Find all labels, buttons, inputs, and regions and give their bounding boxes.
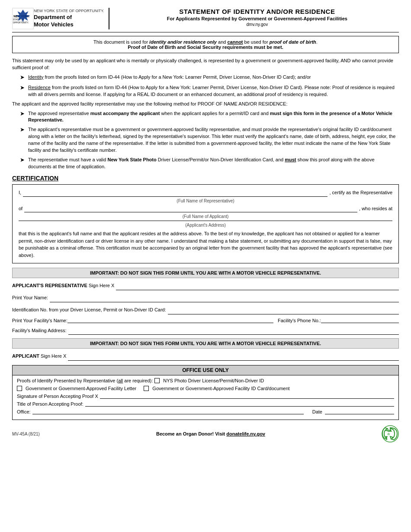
certification-box: I, , certify as the Representative (Full… xyxy=(12,184,399,263)
applicant-sign-line: APPLICANT Sign Here X xyxy=(12,352,399,361)
cert-address-line xyxy=(19,221,392,221)
cert-applicant-label: (Full Name of Applicant) xyxy=(19,214,392,219)
office-office-line: Office: Date xyxy=(17,409,394,414)
recycle-icon: ♻ xyxy=(382,425,399,442)
office-title-underline xyxy=(85,406,394,407)
office-office-underline xyxy=(32,414,304,414)
rep-print-underline xyxy=(50,302,399,302)
office-date-underline xyxy=(325,414,394,414)
cert-line-2: of , who resides at xyxy=(19,205,392,213)
facility-id-label: Government or Government-Approved Facili… xyxy=(152,386,289,391)
notice-box: This document is used for identity and/o… xyxy=(12,36,399,53)
office-sig-line: Signature of Person Accepting Proof X xyxy=(17,394,394,399)
proof-bullet-1: ➤ The approved representative must accom… xyxy=(20,110,399,124)
proof-bullet-3: ➤ The representative must have a valid N… xyxy=(20,157,399,170)
title-url: dmv.ny.gov xyxy=(116,22,399,27)
office-box: OFFICE USE ONLY Proofs of Identify Prese… xyxy=(12,365,399,420)
cert-body: that this is the applicant's full name a… xyxy=(19,230,392,259)
certification-heading: CERTIFICATION xyxy=(12,175,399,182)
applicant-section: APPLICANT Sign Here X xyxy=(12,352,399,361)
office-title-line: Title of Person Accepting Proof: xyxy=(17,401,394,407)
logo-area: NEW YORK STATE OF OPPORTUNITY. NEW YORK … xyxy=(12,8,109,29)
facility-letter-label: Government or Government-Approved Facili… xyxy=(26,386,136,391)
important-notice-2: IMPORTANT: DO NOT SIGN THIS FORM UNTIL Y… xyxy=(12,338,399,349)
rep-print-label: Print Your Name: xyxy=(12,294,48,302)
cert-line-1: I, , certify as the Representative xyxy=(19,189,392,197)
bullet-residence: ➤ Residence from the proofs listed on fo… xyxy=(20,84,399,98)
rep-mailing-line: Facility's Mailing Address: xyxy=(12,327,399,335)
checkbox-facility-id[interactable] xyxy=(144,386,149,391)
rep-mailing-label: Facility's Mailing Address: xyxy=(12,327,67,335)
intro-bullets: ➤ Identity from the proofs listed on for… xyxy=(20,74,399,98)
checkbox-nys-photo[interactable] xyxy=(154,378,160,383)
cert-suffix-2: , who resides at xyxy=(359,205,392,213)
cert-suffix-1: , certify as the Representative xyxy=(329,189,392,197)
cert-line-3 xyxy=(19,221,392,221)
cert-rep-name-line xyxy=(23,196,328,197)
office-header: OFFICE USE ONLY xyxy=(13,365,398,375)
arrow-icon-4: ➤ xyxy=(20,126,25,134)
form-code: MV-45A (8/21) xyxy=(12,432,40,436)
title-area: STATEMENT OF IDENTITY AND/OR RESIDENCE F… xyxy=(116,8,399,27)
proof-bullet-2-text: The applicant's representative must be a… xyxy=(28,126,399,154)
rep-mailing-underline xyxy=(68,334,399,335)
rep-facility-name-line xyxy=(67,323,273,323)
rep-facility-phone-line xyxy=(321,323,399,323)
arrow-icon-2: ➤ xyxy=(20,84,25,92)
proof-bullet-2: ➤ The applicant's representative must be… xyxy=(20,126,399,154)
proof-bullets: ➤ The approved representative must accom… xyxy=(20,110,399,171)
footer: MV-45A (8/21) Become an Organ Donor! Vis… xyxy=(12,425,399,442)
office-title-label: Title of Person Accepting Proof: xyxy=(17,401,83,407)
title-sub: For Applicants Represented by Government… xyxy=(116,16,399,21)
rep-id-label: Identification No. from your Driver Lice… xyxy=(12,306,166,314)
title-main: STATEMENT OF IDENTITY AND/OR RESIDENCE xyxy=(116,8,399,15)
proof-intro: The applicant and the approved facility … xyxy=(12,101,399,108)
rep-facility-phone-label: Facility's Phone No.: xyxy=(278,318,321,323)
office-office-label: Office: xyxy=(17,409,31,414)
arrow-icon-3: ➤ xyxy=(20,110,25,118)
rep-id-line: Identification No. from your Driver Lice… xyxy=(12,306,399,314)
office-sig-underline xyxy=(100,398,394,399)
rep-facility-row: Print Your Facility's Name: Facility's P… xyxy=(12,318,399,323)
intro-para: This statement may only be used by an ap… xyxy=(12,58,399,71)
office-sig-label: Signature of Person Accepting Proof X xyxy=(17,394,98,399)
bullet-identity: ➤ Identity from the proofs listed on for… xyxy=(20,74,399,82)
arrow-icon-5: ➤ xyxy=(20,156,25,164)
office-line-1: Proofs of Identify Presented by Represen… xyxy=(17,378,394,383)
office-date-label: Date xyxy=(312,409,322,414)
footer-cta: Become an Organ Donor! Visit donatelife.… xyxy=(40,431,382,436)
rep-sign-line: APPLICANT'S REPRESENTATIVE Sign Here X xyxy=(12,282,399,290)
svg-text:♻: ♻ xyxy=(387,433,390,436)
cert-applicant-name-line xyxy=(24,212,357,212)
arrow-icon: ➤ xyxy=(20,74,25,82)
ny-dmv-logo: NEW YORK STATE OF OPPORTUNITY. xyxy=(12,8,34,29)
applicant-sign-label: APPLICANT Sign Here X xyxy=(12,352,66,361)
office-proofs-label: Proofs of Identify Presented by Represen… xyxy=(17,378,153,383)
rep-print-line: Print Your Name: xyxy=(12,294,399,302)
rep-sign-label: APPLICANT'S REPRESENTATIVE Sign Here X xyxy=(12,282,114,290)
notice-text: This document is used for identity and/o… xyxy=(93,39,318,50)
office-line-2: Government or Government-Approved Facili… xyxy=(17,386,394,391)
proof-bullet-1-text: The approved representative must accompa… xyxy=(28,110,399,124)
cert-prefix-i: I, xyxy=(19,189,21,197)
office-content: Proofs of Identify Presented by Represen… xyxy=(13,375,398,420)
rep-facility-name-col: Print Your Facility's Name: xyxy=(12,318,273,323)
dept-name: NEW YORK STATE OF OPPORTUNITY. Departmen… xyxy=(34,9,104,28)
rep-facility-name-label: Print Your Facility's Name: xyxy=(12,318,67,323)
applicant-rep-section: APPLICANT'S REPRESENTATIVE Sign Here X P… xyxy=(12,282,399,335)
rep-facility-phone-col: Facility's Phone No.: xyxy=(278,318,399,323)
applicant-sign-underline xyxy=(68,360,399,361)
nys-photo-label: NYS Photo Driver License/Permit/Non-Driv… xyxy=(163,378,264,383)
cert-address-label: (Applicant's Address) xyxy=(19,223,392,228)
rep-id-underline xyxy=(168,314,399,314)
checkbox-facility-letter[interactable] xyxy=(17,386,22,391)
bullet-identity-text: Identity from the proofs listed on form … xyxy=(28,74,311,81)
bullet-residence-text: Residence from the proofs listed on form… xyxy=(28,84,399,98)
svg-text:OPPORTUNITY.: OPPORTUNITY. xyxy=(13,21,29,24)
important-notice-1: IMPORTANT: DO NOT SIGN THIS FORM UNTIL Y… xyxy=(12,268,399,278)
proof-bullet-3-text: The representative must have a valid New… xyxy=(28,157,399,170)
cert-rep-label: (Full Name of Representative) xyxy=(19,199,392,203)
header: NEW YORK STATE OF OPPORTUNITY. NEW YORK … xyxy=(12,8,399,32)
rep-sign-underline xyxy=(116,290,399,290)
page: NEW YORK STATE OF OPPORTUNITY. NEW YORK … xyxy=(0,0,411,532)
